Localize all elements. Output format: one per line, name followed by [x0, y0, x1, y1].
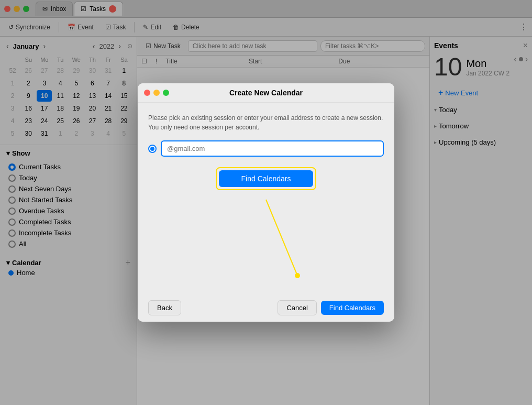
modal-input-row: [148, 140, 384, 157]
modal-body: Please pick an existing session or enter…: [138, 103, 394, 294]
modal-description: Please pick an existing session or enter…: [148, 113, 384, 132]
find-calendars-main-btn[interactable]: Find Calendars: [219, 170, 313, 187]
modal-close-btn[interactable]: [144, 90, 150, 96]
create-calendar-modal: Create New Calendar Please pick an exist…: [138, 83, 394, 322]
modal-titlebar: Create New Calendar: [138, 83, 394, 103]
svg-point-1: [295, 273, 300, 278]
modal-radio-inner: [150, 147, 154, 151]
modal-email-input[interactable]: [161, 140, 384, 157]
modal-radio-btn[interactable]: [148, 145, 157, 153]
modal-min-btn[interactable]: [153, 90, 160, 96]
modal-footer: Back Cancel Find Calendars: [138, 294, 394, 322]
modal-title: Create New Calendar: [229, 89, 303, 97]
modal-overlay: Create New Calendar Please pick an exist…: [0, 0, 532, 405]
cancel-btn[interactable]: Cancel: [278, 300, 316, 315]
modal-max-btn[interactable]: [163, 90, 169, 96]
find-calendars-footer-btn[interactable]: Find Calendars: [321, 301, 384, 315]
pointer-arrow: [224, 194, 308, 283]
svg-line-0: [266, 200, 297, 276]
back-btn[interactable]: Back: [148, 300, 181, 315]
find-calendars-highlight-border: Find Calendars: [216, 167, 316, 190]
